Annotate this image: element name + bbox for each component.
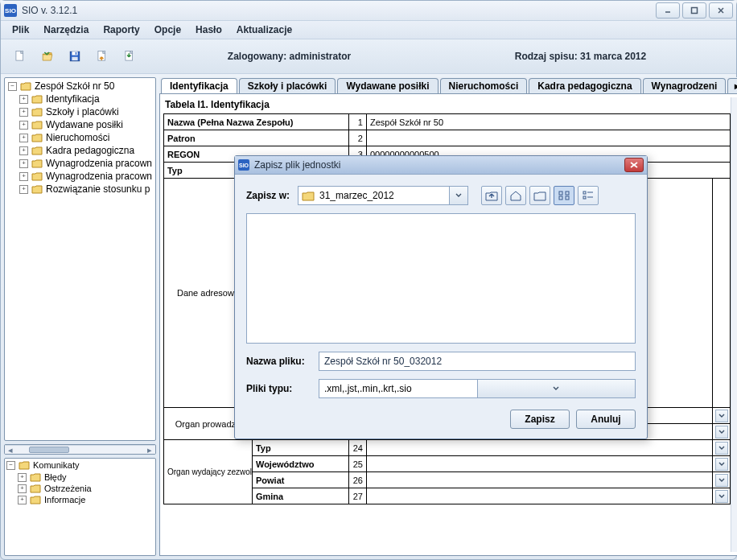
chevron-down-icon[interactable] [715,410,728,422]
tree-item-wynagrodzenia-1[interactable]: + Wynagrodzenia pracown [18,157,154,170]
new-folder-button[interactable] [529,186,550,205]
cell-label: Gmina [252,488,348,504]
dialog-titlebar[interactable]: SIO Zapisz plik jednostki [235,156,647,175]
tree-hscroll-panel: ◂ ▸ [4,444,156,455]
cell-value[interactable] [366,456,712,472]
expand-icon[interactable]: + [19,185,28,194]
chevron-down-icon[interactable] [449,187,467,204]
cell-dd[interactable] [713,488,731,504]
cancel-button[interactable]: Anuluj [576,410,636,429]
tree-root[interactable]: − Zespół Szkół nr 50 [6,80,154,93]
home-button[interactable] [505,186,526,205]
expand-icon[interactable]: + [19,159,28,168]
cell-value[interactable] [366,472,712,488]
messages-root[interactable]: − Komunikaty [5,459,155,471]
cell-value[interactable] [366,130,730,146]
menu-aktualizacje[interactable]: Aktualizacje [230,23,299,37]
up-folder-button[interactable] [481,186,502,205]
new-document-button[interactable] [9,45,31,68]
tab-more-button[interactable]: ▸ [727,78,737,93]
expand-icon[interactable]: + [18,496,27,504]
tab-identyfikacja[interactable]: Identyfikacja [161,78,237,93]
svg-rect-16 [559,191,562,195]
dialog-close-button[interactable] [624,158,644,172]
tree-item-posilki[interactable]: + Wydawane posiłki [18,118,154,131]
messages-item-info[interactable]: + Informacje [16,494,155,505]
toolbar: Zalogowany: administrator Rodzaj spisu: … [1,39,736,74]
tab-szkoly[interactable]: Szkoły i placówki [239,78,336,93]
menu-narzedzia[interactable]: Narzędzia [37,23,95,37]
chevron-down-icon[interactable] [715,442,728,455]
app-icon: SIO [238,159,249,171]
expand-icon[interactable]: + [19,146,28,155]
messages-item-label: Ostrzeżenia [44,484,92,493]
tree-item-kadra[interactable]: + Kadra pedagogiczna [18,144,154,157]
maximize-button[interactable] [682,2,706,19]
tree-item-szkoly[interactable]: + Szkoły i placówki [18,105,154,118]
tree-horizontal-scrollbar[interactable]: ◂ ▸ [5,445,155,454]
tab-kadra[interactable]: Kadra pedagogiczna [529,78,640,93]
chevron-down-icon[interactable] [715,490,728,503]
tab-nieruchomosci[interactable]: Nieruchomości [440,78,528,93]
svg-rect-9 [72,57,77,60]
list-view-button[interactable] [578,186,599,205]
tree-item-nieruchomosci[interactable]: + Nieruchomości [18,131,154,144]
expand-icon[interactable]: + [19,108,28,117]
menu-haslo[interactable]: Hasło [189,23,229,37]
chevron-down-icon[interactable] [715,458,728,471]
filetype-dropdown[interactable]: .xml,.jst,.min,.krt,.sio [319,379,636,398]
tab-posilki[interactable]: Wydawane posiłki [337,78,438,93]
cell-dd[interactable] [713,424,731,440]
messages-item-warnings[interactable]: + Ostrzeżenia [16,483,155,494]
dialog-filename-row: Nazwa pliku: [246,352,636,371]
dialog-title: Zapisz plik jednostki [254,159,620,171]
messages-item-errors[interactable]: + Błędy [16,471,155,483]
filename-label: Nazwa pliku: [246,356,311,367]
export-button[interactable] [118,45,141,68]
expand-icon[interactable]: + [19,134,28,142]
menu-raporty[interactable]: Raporty [97,23,146,37]
save-confirm-button[interactable]: Zapisz [510,410,570,429]
open-folder-button[interactable] [36,45,59,68]
menu-opcje[interactable]: Opcje [148,23,187,37]
close-button[interactable] [709,2,733,19]
expand-icon[interactable]: + [18,484,27,493]
minimize-button[interactable] [656,2,680,19]
table-row: Patron 2 [163,130,730,146]
save-button[interactable] [64,45,86,68]
scrollbar-thumb[interactable] [29,447,69,453]
cell-dd[interactable] [713,179,731,408]
chevron-down-icon[interactable] [477,380,636,397]
expand-icon[interactable]: + [19,95,28,104]
chevron-down-icon[interactable] [715,474,728,487]
titlebar: SIO SIO v. 3.12.1 [1,1,736,21]
expand-icon[interactable]: + [18,473,27,482]
chevron-down-icon[interactable] [715,426,728,439]
collapse-icon[interactable]: − [8,82,17,91]
cell-dd[interactable] [713,408,731,424]
cell-dd[interactable] [713,456,731,472]
file-list-area[interactable] [246,213,636,344]
tree-item-rozwiazanie[interactable]: + Rozwiązanie stosunku p [18,183,154,196]
cell-value[interactable]: Zespół Szkół nr 50 [366,114,730,130]
expand-icon[interactable]: + [19,172,28,181]
cell-dd[interactable] [713,472,731,488]
cell-num: 2 [348,130,366,146]
menu-plik[interactable]: Plik [6,23,35,37]
collapse-icon[interactable]: − [6,461,15,470]
tab-wynagrodzenia[interactable]: Wynagrodzeni [643,78,727,93]
filename-input[interactable] [319,352,636,371]
cell-dd[interactable] [713,440,731,456]
icons-view-button[interactable] [554,186,574,205]
tree-item-identyfikacja[interactable]: + Identyfikacja [18,93,154,105]
cell-value[interactable] [366,440,712,456]
content-vertical-scrollbar[interactable] [731,97,737,552]
tree-panel[interactable]: − Zespół Szkół nr 50 + Identyfikacja + S… [4,77,156,441]
tree-item-wynagrodzenia-2[interactable]: + Wynagrodzenia pracown [18,170,154,183]
cell-value[interactable] [366,488,712,504]
savein-dropdown[interactable]: 31_marzec_2012 [298,186,468,205]
import-button[interactable] [91,45,113,68]
expand-icon[interactable]: + [19,121,28,130]
folder-icon [302,190,315,201]
logged-in-label: Zalogowany: administrator [228,51,351,62]
